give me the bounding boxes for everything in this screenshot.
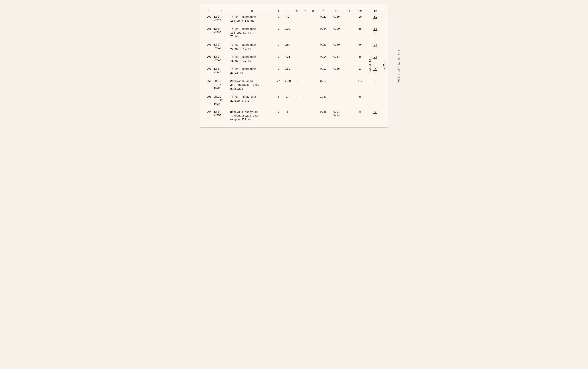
spacer-row	[205, 76, 385, 78]
cell-col10: 0,20—	[329, 26, 344, 40]
table-row: 258I2-У- -2033То же, диаметром I08 мм, 8…	[205, 26, 385, 40]
cell-code: ЦМ0I2 отд.II тб.2	[213, 78, 230, 92]
table-row: 263ЦМ0I2 отд.II тб.3То же, пара, дав- ле…	[205, 94, 385, 107]
spacer-row	[205, 40, 385, 42]
page-number: -285-	[383, 62, 386, 69]
header-8: 8	[309, 9, 317, 14]
spacer-row	[205, 107, 385, 109]
header-3: 8	[230, 9, 274, 14]
cell-col10: —	[329, 94, 344, 107]
cell-col10: 0,05—	[329, 66, 344, 76]
cell-col10: 0,07—	[329, 54, 344, 64]
header-11: II	[344, 9, 354, 14]
cell-desc: То же, диаметром I08 мм, 89 мм и 76 мм	[230, 26, 274, 40]
cell-code: I2-У- -2046	[213, 54, 230, 64]
cell-code: I2-У- -2020	[213, 14, 230, 24]
cell-desc: То же, диаметром до 25 мм	[230, 66, 274, 76]
header-6: 6	[293, 9, 301, 14]
table-row: 264I2-У- -2050Продувка воздухом трубопро…	[205, 109, 385, 123]
header-4: 4	[274, 9, 283, 14]
header-10: IO	[329, 9, 344, 14]
header-7: 7	[301, 9, 309, 14]
header-1: I	[205, 9, 213, 14]
table-row: 262ЦМ0I2 отд.II тб.2Стоимость воды дл. п…	[205, 78, 385, 92]
table-row: 257I2-У- -2020То же, диаметром I59 мм и …	[205, 14, 385, 24]
spacer-row	[205, 92, 385, 94]
page-container: I 2 8 4 5 6 7 8 9 IO II I2 I3 257I2-У- -…	[200, 4, 388, 128]
spacer-row	[205, 52, 385, 54]
header-9: 9	[317, 9, 329, 14]
table-row: 259I2-У- -2047То же, диаметром 57 мм и 4…	[205, 42, 385, 52]
spacer-row	[205, 24, 385, 26]
header-2: 2	[213, 9, 230, 14]
table-row: 260I2-У- -2046То же, диаметром 38 мм и 3…	[205, 54, 385, 64]
side-labels: 908-I-154 Дм.ЛП,ч.2 -285- 75858-18	[382, 4, 387, 127]
cell-desc: То же, диаметром 38 мм и 32 мм	[230, 54, 274, 64]
cell-code: I2-У- -2050	[213, 109, 230, 123]
cell-desc: То же, пара, дав- лением 9 ата	[230, 94, 274, 107]
table-row: 26II2-У- -2045То же, диаметром до 25 ммм…	[205, 66, 385, 76]
cell-col10: —	[329, 78, 344, 92]
cell-desc: Стоимость воды дл. промывки трубо- прово…	[230, 78, 274, 92]
header-12: I2	[354, 9, 366, 14]
header-5: 5	[283, 9, 293, 14]
cell-code: I2-У- -2033	[213, 26, 230, 40]
side-label-top: 908-I-154 Дм.ЛП,ч.2	[397, 50, 400, 82]
cell-code: ЦМ0I2 отд.II тб.3	[213, 94, 230, 107]
cell-code: I2-У- -2045	[213, 66, 230, 76]
cell-col10: 0,270,0I	[329, 109, 344, 123]
cell-col10: 0,I0—	[329, 42, 344, 52]
cell-desc: То же, диаметром 57 мм и 45 мм	[230, 42, 274, 52]
main-table: I 2 8 4 5 6 7 8 9 IO II I2 I3 257I2-У- -…	[205, 9, 385, 123]
side-label-bottom: 75858-18	[369, 59, 372, 72]
cell-code: I2-У- -2047	[213, 42, 230, 52]
cell-desc: Продувка воздухом трубопроводов диа- мет…	[230, 109, 274, 123]
cell-col10: 0,I5—	[329, 14, 344, 24]
spacer-row	[205, 64, 385, 66]
cell-desc: То же, диаметром I59 мм и I33 мм	[230, 14, 274, 24]
